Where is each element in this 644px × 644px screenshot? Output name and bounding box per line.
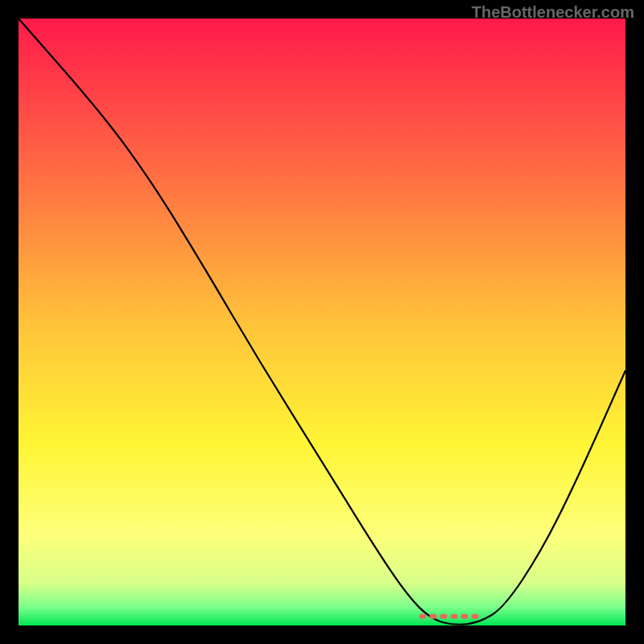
chart-frame <box>19 19 625 625</box>
gradient-background <box>19 19 625 625</box>
svg-rect-4 <box>461 614 469 619</box>
svg-rect-0 <box>419 614 427 619</box>
svg-rect-2 <box>440 614 448 619</box>
svg-rect-5 <box>472 614 479 619</box>
watermark-text: TheBottlenecker.com <box>472 3 634 22</box>
chart-svg <box>19 19 625 625</box>
svg-rect-3 <box>451 614 458 619</box>
svg-rect-1 <box>430 614 437 619</box>
